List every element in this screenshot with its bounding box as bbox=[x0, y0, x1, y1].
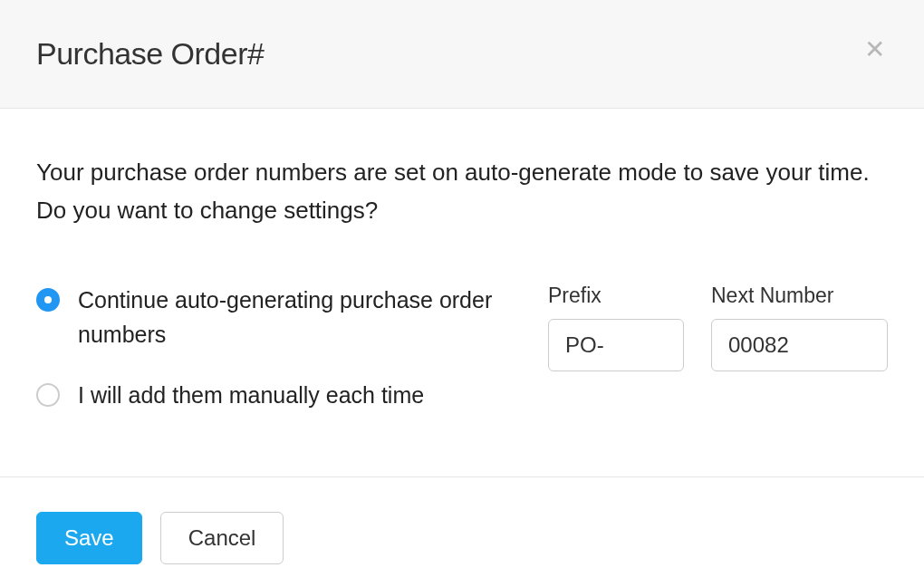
next-number-label: Next Number bbox=[711, 284, 888, 308]
next-number-field-wrapper: Next Number bbox=[711, 284, 888, 371]
radio-option-manual[interactable]: I will add them manually each time bbox=[36, 379, 512, 413]
save-button[interactable]: Save bbox=[36, 512, 142, 565]
radio-label-manual: I will add them manually each time bbox=[78, 379, 424, 413]
numbering-mode-radio-group: Continue auto-generating purchase order … bbox=[36, 284, 512, 440]
radio-label-auto: Continue auto-generating purchase order … bbox=[78, 284, 512, 351]
modal-header: Purchase Order# ✕ bbox=[0, 0, 924, 109]
number-fields-group: Prefix Next Number bbox=[548, 284, 888, 371]
options-row: Continue auto-generating purchase order … bbox=[36, 284, 888, 440]
radio-indicator-selected bbox=[36, 288, 60, 312]
modal-footer: Save Cancel bbox=[0, 476, 924, 587]
next-number-input[interactable] bbox=[711, 319, 888, 371]
settings-description: Your purchase order numbers are set on a… bbox=[36, 154, 888, 229]
radio-indicator-unselected bbox=[36, 383, 60, 407]
prefix-label: Prefix bbox=[548, 284, 684, 308]
radio-option-auto-generate[interactable]: Continue auto-generating purchase order … bbox=[36, 284, 512, 351]
prefix-field-wrapper: Prefix bbox=[548, 284, 684, 371]
cancel-button[interactable]: Cancel bbox=[160, 512, 284, 565]
modal-title: Purchase Order# bbox=[36, 36, 888, 72]
close-button[interactable]: ✕ bbox=[861, 36, 888, 63]
close-icon: ✕ bbox=[864, 37, 885, 63]
purchase-order-number-modal: Purchase Order# ✕ Your purchase order nu… bbox=[0, 0, 924, 587]
prefix-input[interactable] bbox=[548, 319, 684, 371]
modal-body: Your purchase order numbers are set on a… bbox=[0, 109, 924, 476]
